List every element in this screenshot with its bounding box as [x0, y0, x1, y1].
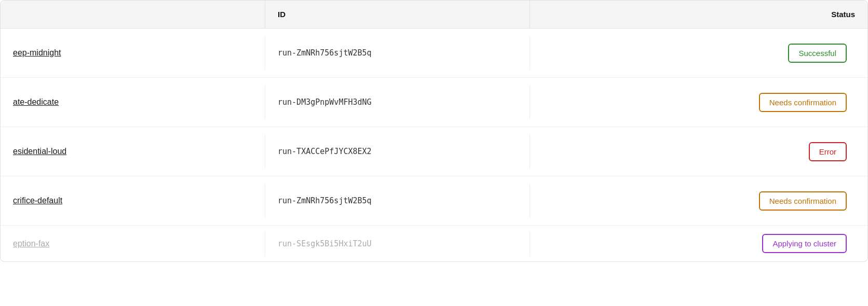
- run-name-link[interactable]: eep-midnight: [13, 48, 61, 57]
- run-id: run-ZmNRh756sjtW2B5q: [278, 196, 372, 205]
- run-name-link[interactable]: ate-dedicate: [13, 98, 59, 106]
- row-name-cell: esidential-loud: [1, 134, 265, 169]
- row-name-cell: eep-midnight: [1, 36, 265, 70]
- header-status: Status: [530, 1, 867, 28]
- row-status-cell: Needs confirmation: [530, 179, 867, 223]
- status-badge[interactable]: Needs confirmation: [759, 191, 847, 211]
- row-id-cell: run-ZmNRh756sjtW2B5q: [265, 184, 530, 218]
- row-name-cell: eption-fax: [1, 231, 265, 257]
- run-name-link[interactable]: eption-fax: [13, 239, 49, 248]
- row-id-cell: run-TXACCePfJYCX8EX2: [265, 134, 530, 169]
- status-badge[interactable]: Successful: [788, 44, 847, 63]
- row-name-cell: ate-dedicate: [1, 85, 265, 119]
- row-status-cell: Needs confirmation: [530, 80, 867, 124]
- run-name-link[interactable]: esidential-loud: [13, 147, 66, 156]
- run-name-link[interactable]: crifice-default: [13, 196, 62, 205]
- run-id: run-TXACCePfJYCX8EX2: [278, 147, 372, 156]
- status-badge[interactable]: Needs confirmation: [759, 93, 847, 112]
- status-badge[interactable]: Applying to cluster: [762, 234, 847, 253]
- row-name-cell: crifice-default: [1, 184, 265, 218]
- row-id-cell: run-ZmNRh756sjtW2B5q: [265, 36, 530, 70]
- table-header: ID Status: [1, 1, 867, 29]
- runs-table: ID Status eep-midnight run-ZmNRh756sjtW2…: [0, 0, 868, 262]
- header-id: ID: [265, 1, 530, 28]
- row-id-cell: run-SEsgk5Bi5HxiT2uU: [265, 231, 530, 257]
- table-row: ate-dedicate run-DM3gPnpWvMFH3dNG Needs …: [1, 78, 867, 127]
- row-status-cell: Applying to cluster: [530, 226, 867, 261]
- table-row: eep-midnight run-ZmNRh756sjtW2B5q Succes…: [1, 29, 867, 78]
- table-row: crifice-default run-ZmNRh756sjtW2B5q Nee…: [1, 176, 867, 226]
- run-id: run-ZmNRh756sjtW2B5q: [278, 48, 372, 58]
- run-id: run-SEsgk5Bi5HxiT2uU: [278, 239, 372, 248]
- table-row: esidential-loud run-TXACCePfJYCX8EX2 Err…: [1, 127, 867, 176]
- row-id-cell: run-DM3gPnpWvMFH3dNG: [265, 85, 530, 119]
- table-row-partial: eption-fax run-SEsgk5Bi5HxiT2uU Applying…: [1, 226, 867, 261]
- header-name: [1, 1, 265, 28]
- row-status-cell: Error: [530, 130, 867, 174]
- row-status-cell: Successful: [530, 31, 867, 75]
- status-badge[interactable]: Error: [809, 142, 847, 161]
- run-id: run-DM3gPnpWvMFH3dNG: [278, 98, 372, 107]
